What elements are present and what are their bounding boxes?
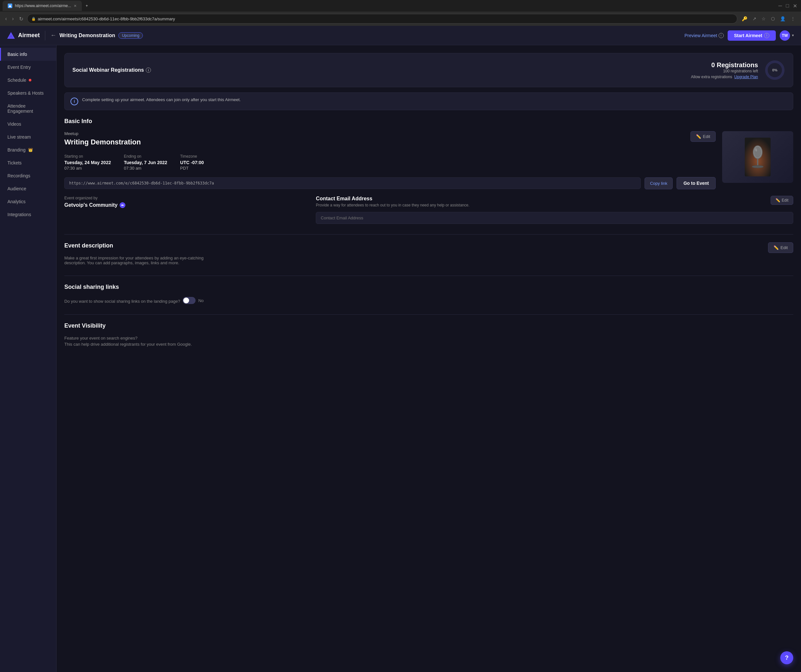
tab-favicon bbox=[8, 3, 12, 8]
sidebar-item-speakers-hosts[interactable]: Speakers & Hosts bbox=[0, 87, 56, 99]
star-icon[interactable]: ☆ bbox=[760, 15, 768, 22]
svg-marker-0 bbox=[9, 5, 11, 7]
starting-date: Tuesday, 24 May 2022 bbox=[64, 160, 111, 165]
key-icon[interactable]: 🔑 bbox=[740, 15, 749, 22]
sidebar-item-videos[interactable]: Videos bbox=[0, 118, 56, 130]
sidebar-item-event-entry[interactable]: Event Entry bbox=[0, 61, 56, 74]
sidebar: Basic info Event Entry Schedule Speakers… bbox=[0, 45, 56, 672]
floating-help-btn[interactable]: ? bbox=[780, 651, 793, 664]
sidebar-item-branding[interactable]: Branding 👑 bbox=[0, 143, 56, 156]
menu-icon[interactable]: ⋮ bbox=[789, 15, 797, 22]
registration-banner: Social Webinar Registrations i 0 Registr… bbox=[64, 53, 793, 87]
header-actions: Preview Airmeet i Start Airmeet i TW ▼ bbox=[685, 30, 795, 41]
social-sharing-toggle[interactable] bbox=[183, 297, 196, 304]
refresh-btn[interactable]: ↻ bbox=[18, 14, 24, 23]
browser-toolbar: ‹ › ↻ 🔒 airmeet.com/airmeets/c6842530-db… bbox=[0, 12, 801, 26]
sidebar-item-label: Event Entry bbox=[7, 65, 31, 70]
upgrade-plan-link[interactable]: Upgrade Plan bbox=[734, 75, 758, 79]
start-airmeet-btn[interactable]: Start Airmeet i bbox=[728, 30, 776, 41]
address-bar[interactable]: 🔒 airmeet.com/airmeets/c6842530-db6d-11e… bbox=[27, 14, 737, 24]
sidebar-item-schedule[interactable]: Schedule bbox=[0, 74, 56, 87]
contact-email-edit-btn[interactable]: ✏️ Edit bbox=[770, 196, 793, 205]
user-avatar: TW bbox=[780, 30, 790, 41]
tab-title: https://www.airmeet.com/airme... bbox=[15, 3, 71, 8]
lock-icon: 🔒 bbox=[31, 17, 36, 21]
header-divider bbox=[45, 31, 45, 40]
contact-email-title: Contact Email Address bbox=[316, 196, 470, 202]
user-avatar-container[interactable]: TW ▼ bbox=[780, 30, 795, 41]
date-row: Starting on Tuesday, 24 May 2022 07:30 a… bbox=[64, 154, 716, 171]
new-tab-btn[interactable]: + bbox=[83, 1, 90, 11]
copy-link-btn[interactable]: Copy link bbox=[645, 177, 673, 189]
active-tab[interactable]: https://www.airmeet.com/airme... ✕ bbox=[3, 1, 82, 11]
sidebar-item-tickets[interactable]: Tickets bbox=[0, 156, 56, 169]
description-edit-icon: ✏️ bbox=[774, 245, 779, 250]
count-left: 100 registrations left bbox=[691, 69, 758, 73]
event-description-section: Event description Make a great first imp… bbox=[64, 242, 793, 265]
progress-text: 0% bbox=[772, 68, 777, 72]
registration-title-area: Social Webinar Registrations i bbox=[72, 67, 151, 73]
divider-2 bbox=[64, 276, 793, 276]
sidebar-item-recordings[interactable]: Recordings bbox=[0, 169, 56, 182]
share-icon[interactable]: ↗ bbox=[751, 15, 758, 22]
sidebar-item-label: Audience bbox=[7, 186, 26, 191]
maximize-btn[interactable]: □ bbox=[785, 2, 790, 10]
back-btn[interactable]: ← bbox=[50, 32, 56, 39]
sidebar-item-audience[interactable]: Audience bbox=[0, 182, 56, 195]
timezone-abbr: PDT bbox=[180, 166, 204, 171]
sidebar-item-label: Speakers & Hosts bbox=[7, 90, 43, 96]
basic-info-section: Basic Info Meetup Writing Demonstration … bbox=[64, 118, 793, 224]
info-alert: i Complete setting up your airmeet. Atte… bbox=[64, 92, 793, 110]
starting-label: Starting on bbox=[64, 154, 111, 159]
preview-airmeet-btn[interactable]: Preview Airmeet i bbox=[685, 33, 724, 38]
timezone-field: Timezone UTC -07:00 PDT bbox=[180, 154, 204, 171]
extra-registrations-text: Allow extra registrations Upgrade Plan bbox=[691, 75, 758, 79]
ending-on-field: Ending on Tuesday, 7 Jun 2022 07:30 am bbox=[124, 154, 167, 171]
go-to-event-btn[interactable]: Go to Event bbox=[677, 177, 716, 189]
extension-icon[interactable]: ⬡ bbox=[769, 15, 777, 22]
event-edit-btn[interactable]: ✏️ Edit bbox=[690, 131, 716, 142]
app-logo: Airmeet bbox=[6, 31, 40, 40]
tab-close-btn[interactable]: ✕ bbox=[74, 4, 77, 8]
social-sharing-row: Social sharing links Do you want to show… bbox=[64, 284, 793, 304]
count-number: 0 Registrations bbox=[691, 61, 758, 69]
starting-time: 07:30 am bbox=[64, 166, 111, 171]
logo-text: Airmeet bbox=[18, 32, 40, 39]
microphone-svg bbox=[745, 138, 770, 176]
divider-3 bbox=[64, 314, 793, 315]
app-header: Airmeet ← Writing Demonstration Upcoming… bbox=[0, 26, 801, 45]
toggle-slider bbox=[183, 297, 196, 304]
organizer-section: Event organized by Getvoip's Community ✏… bbox=[64, 196, 793, 224]
event-description-edit-btn[interactable]: ✏️ Edit bbox=[768, 242, 793, 253]
sidebar-item-attendee-engagement[interactable]: Attendee Engagement bbox=[0, 99, 56, 118]
sidebar-item-integrations[interactable]: Integrations bbox=[0, 208, 56, 221]
schedule-indicator-dot bbox=[29, 79, 31, 82]
sidebar-item-label: Branding bbox=[7, 148, 26, 152]
contact-email-input[interactable] bbox=[316, 212, 793, 224]
progress-circle: 0% bbox=[764, 60, 785, 80]
preview-info-icon: i bbox=[719, 33, 724, 38]
organizer-label: Event organized by bbox=[64, 196, 303, 200]
close-btn[interactable]: ✕ bbox=[791, 2, 798, 10]
social-sharing-title: Social sharing links bbox=[64, 284, 204, 290]
minimize-btn[interactable]: ─ bbox=[777, 2, 783, 10]
main-content: Social Webinar Registrations i 0 Registr… bbox=[56, 45, 801, 672]
sidebar-item-label: Analytics bbox=[7, 199, 26, 204]
back-nav-btn[interactable]: ‹ bbox=[4, 14, 8, 23]
address-text: airmeet.com/airmeets/c6842530-db6d-11ec-… bbox=[38, 16, 175, 21]
forward-nav-btn[interactable]: › bbox=[11, 14, 15, 23]
event-description-title: Event description bbox=[64, 242, 226, 249]
event-visibility-desc: Feature your event on search engines? bbox=[64, 336, 226, 340]
url-row: https://www.airmeet.com/e/c6842530-db6d-… bbox=[64, 177, 716, 189]
browser-tabs: https://www.airmeet.com/airme... ✕ + ─ □… bbox=[0, 0, 801, 12]
event-visibility-subdesc: This can help drive additional registran… bbox=[64, 342, 226, 346]
event-visibility-section: Event Visibility Feature your event on s… bbox=[64, 322, 793, 346]
sidebar-item-label: Tickets bbox=[7, 160, 22, 165]
profile-icon[interactable]: 👤 bbox=[778, 15, 787, 22]
sidebar-item-analytics[interactable]: Analytics bbox=[0, 195, 56, 208]
sidebar-item-live-stream[interactable]: Live stream bbox=[0, 130, 56, 143]
registration-info-icon: i bbox=[146, 67, 151, 73]
event-info-left: Meetup Writing Demonstration ✏️ Edit Sta… bbox=[64, 131, 716, 196]
app: Airmeet ← Writing Demonstration Upcoming… bbox=[0, 26, 801, 672]
sidebar-item-basic-info[interactable]: Basic info bbox=[0, 48, 56, 61]
